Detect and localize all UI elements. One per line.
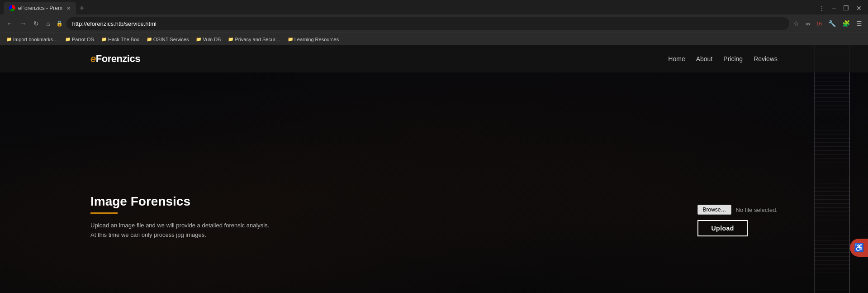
close-button[interactable]: ✕ — [854, 4, 864, 13]
browser-tab[interactable]: eForenzics - Prem ✕ — [4, 2, 76, 14]
tools-icon[interactable]: 🔧 — [826, 18, 838, 29]
bookmark-import[interactable]: 📁 Import bookmarks… — [4, 36, 61, 43]
home-button[interactable]: ⌂ — [43, 18, 52, 29]
hero-underline — [90, 212, 118, 214]
lock-icon: 🔒 — [54, 20, 65, 27]
hero-title: Image Forensics — [90, 194, 269, 209]
refresh-button[interactable]: ↻ — [31, 18, 42, 29]
hero-desc-line2: At this time we can only process jpg ima… — [90, 231, 206, 238]
hero-text: Image Forensics Upload an image file and… — [90, 194, 269, 240]
site-navigation: Home About Pricing Reviews — [668, 55, 778, 62]
browser-chrome: eForenzics - Prem ✕ + ⋮ – ❐ ✕ ← → ↻ ⌂ 🔒 … — [0, 0, 868, 45]
file-input-row: Browse… No file selected. — [697, 205, 778, 215]
no-file-label: No file selected. — [736, 207, 778, 213]
nav-home[interactable]: Home — [668, 55, 685, 62]
bookmarks-bar: 📁 Import bookmarks… 📁 Parrot OS 📁 Hack T… — [0, 33, 868, 45]
bookmark-vulndb[interactable]: 📁 Vuln DB — [193, 36, 223, 43]
nav-about[interactable]: About — [696, 55, 713, 62]
forward-button[interactable]: → — [17, 18, 29, 29]
back-button[interactable]: ← — [4, 18, 15, 29]
browse-button[interactable]: Browse… — [697, 205, 731, 215]
bookmark-folder-icon-5: 📁 — [196, 37, 201, 42]
website-content: eForenzics Home About Pricing Reviews Im… — [0, 45, 868, 263]
nav-icons: ☆ ∞ 16 🔧 🧩 ☰ — [791, 18, 864, 29]
tab-bar: eForenzics - Prem ✕ + ⋮ – ❐ ✕ — [0, 0, 868, 14]
hero-desc-line1: Upload an image file and we will provide… — [90, 222, 269, 229]
minimize-button[interactable]: – — [830, 4, 839, 13]
bookmark-folder-icon: 📁 — [6, 37, 12, 42]
tab-title: eForenzics - Prem — [18, 5, 62, 11]
tab-favicon — [9, 5, 15, 11]
website: eForenzics Home About Pricing Reviews Im… — [0, 45, 868, 293]
bookmark-osint[interactable]: 📁 OSINT Services — [144, 36, 192, 43]
extension-icon-2[interactable]: 16 — [814, 19, 824, 28]
hero-inner: Image Forensics Upload an image file and… — [0, 194, 868, 240]
bookmark-privacy[interactable]: 📁 Privacy and Secur… — [225, 36, 283, 43]
nav-pricing[interactable]: Pricing — [723, 55, 743, 62]
bookmark-parrot[interactable]: 📁 Parrot OS — [62, 36, 97, 43]
bookmark-folder-icon-2: 📁 — [65, 37, 71, 42]
logo-e: e — [90, 53, 96, 64]
extensions-menu-icon[interactable]: 🧩 — [840, 18, 852, 29]
bookmark-folder-icon-6: 📁 — [228, 37, 233, 42]
bookmark-folder-icon-4: 📁 — [147, 37, 152, 42]
bookmark-folder-icon-3: 📁 — [101, 37, 107, 42]
extension-icon[interactable]: ∞ — [803, 19, 812, 29]
window-controls: ⋮ – ❐ ✕ — [816, 4, 864, 13]
upload-section: Browse… No file selected. Upload — [697, 205, 778, 236]
site-logo: eForenzics — [90, 53, 140, 65]
logo-rest: Forenzics — [96, 53, 140, 64]
browser-menu-icon[interactable]: ☰ — [854, 18, 864, 29]
new-tab-button[interactable]: + — [76, 4, 88, 13]
address-bar[interactable] — [66, 17, 789, 30]
close-tab-button[interactable]: ✕ — [66, 5, 71, 11]
bookmark-learning[interactable]: 📁 Learning Resources — [285, 36, 342, 43]
site-header: eForenzics Home About Pricing Reviews — [0, 45, 868, 72]
bookmark-star-icon[interactable]: ☆ — [791, 18, 802, 29]
hero-section: Image Forensics Upload an image file and… — [0, 72, 868, 263]
nav-reviews[interactable]: Reviews — [754, 55, 778, 62]
window-controls-other[interactable]: ⋮ — [816, 4, 828, 13]
restore-button[interactable]: ❐ — [840, 4, 852, 13]
accessibility-icon: ♿ — [854, 243, 864, 253]
accessibility-button[interactable]: ♿ — [850, 239, 868, 257]
bookmark-htb[interactable]: 📁 Hack The Box — [99, 36, 142, 43]
nav-bar: ← → ↻ ⌂ 🔒 ☆ ∞ 16 🔧 🧩 ☰ — [0, 14, 868, 33]
hero-description: Upload an image file and we will provide… — [90, 221, 269, 240]
bookmark-folder-icon-7: 📁 — [288, 37, 293, 42]
upload-button[interactable]: Upload — [697, 220, 747, 236]
